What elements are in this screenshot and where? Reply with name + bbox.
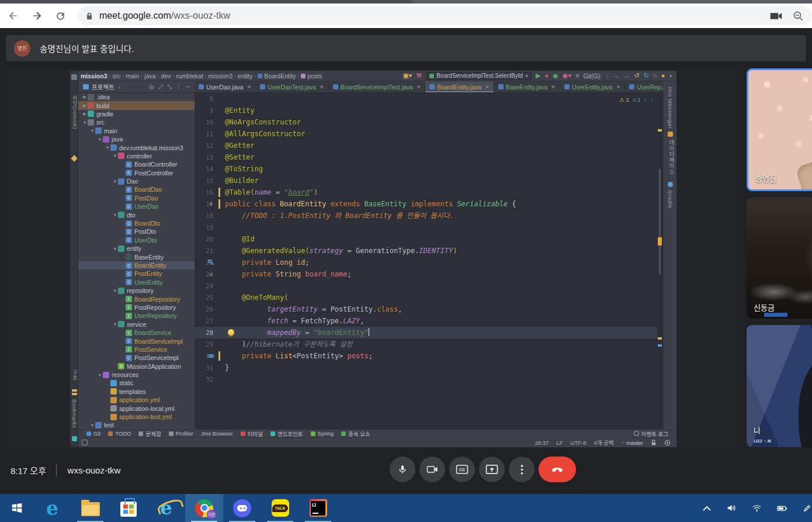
database-toolwindow-tab[interactable]: 데이터베이스 — [667, 140, 675, 175]
close-tab-icon[interactable]: ✕ — [616, 84, 621, 90]
code-line-31[interactable]: 31} — [195, 362, 676, 374]
taskbar-kakaotalk-icon[interactable]: TALK — [261, 494, 299, 522]
taskbar-explorer-icon[interactable] — [71, 494, 109, 522]
tree-chevron[interactable]: ▶ — [82, 112, 88, 116]
stop-icon[interactable]: ■ — [575, 72, 579, 79]
notifications-badge-icon[interactable]: ● — [661, 72, 665, 79]
tree-item-dao[interactable]: ▼Dao — [78, 177, 195, 185]
toolwindow-button-터미널[interactable]: 터미널 — [241, 430, 263, 438]
project-panel-header[interactable]: 프로젝트 ⌄ ◎ ⤢ ⤡ ⋮ ─ — [78, 81, 195, 92]
debug-icon[interactable]: ● — [545, 72, 549, 79]
code-line-13[interactable]: 13@Setter — [195, 151, 676, 163]
users-icon[interactable]: ▣▾ — [402, 72, 412, 79]
collapse-icon[interactable]: ⤡ — [167, 84, 172, 91]
breadcrumb-item[interactable]: mission3 — [209, 72, 233, 79]
zoom-out-icon[interactable] — [793, 11, 804, 22]
tree-item-userrepository[interactable]: IUserRepository — [78, 312, 195, 320]
tree-item-boardservice[interactable]: IBoardService — [78, 329, 195, 337]
tray-volume-icon[interactable] — [727, 504, 737, 512]
code-line-25[interactable]: 25 @OneToMany( — [195, 292, 676, 303]
tree-item-java[interactable]: ▼java — [78, 135, 195, 143]
tree-chevron[interactable]: ▼ — [105, 146, 110, 150]
tree-item-userentity[interactable]: CUserEntity — [78, 278, 195, 286]
tree-item-entity[interactable]: ▼entity — [78, 244, 195, 253]
tree-item-postdto[interactable]: CPostDto — [78, 227, 195, 236]
event-log-button[interactable]: 이벤트 로그 — [634, 430, 676, 438]
tree-chevron[interactable]: ▼ — [97, 137, 103, 141]
taskbar-discord-icon[interactable] — [223, 494, 261, 522]
back-button[interactable] — [4, 6, 23, 26]
close-tab-icon[interactable]: ✕ — [417, 84, 421, 90]
lock-widget[interactable] — [651, 440, 657, 446]
git-update-icon[interactable]: ↓ — [606, 72, 609, 79]
code-line-18[interactable]: 18 //TODO : 1.PostEntity 와 BoardEntity 를… — [195, 210, 676, 222]
code-line-30[interactable]: 30 private List<PostEntity> posts; — [195, 350, 676, 362]
tree-item-boardserviceimpl[interactable]: CBoardServiceImpl — [78, 337, 195, 345]
tree-item-test[interactable]: ▼test — [78, 421, 195, 429]
breadcrumb[interactable]: mission3›src›main›java›dev›rumblekat›mis… — [81, 72, 322, 79]
camera-in-use-icon[interactable] — [770, 12, 782, 20]
tree-item-src[interactable]: ▼src — [78, 118, 195, 126]
tree-chevron[interactable]: ▼ — [89, 129, 95, 133]
build-hammer-icon[interactable]: ⚒ — [416, 72, 422, 79]
participant-tile-self[interactable]: 나 U22 × N — [747, 325, 812, 447]
present-button[interactable] — [479, 457, 505, 482]
coverage-icon[interactable]: ◉ — [553, 72, 558, 79]
tree-chevron[interactable]: ▶ — [82, 95, 88, 99]
tree-chevron[interactable]: ▼ — [112, 179, 118, 184]
tree-item-userdto[interactable]: CUserDto — [78, 236, 195, 244]
tree-item-boardentity[interactable]: CBoardEntity — [78, 261, 195, 269]
camera-button[interactable] — [419, 457, 445, 482]
tray-battery-icon[interactable] — [777, 505, 787, 511]
editor-tab[interactable]: BoardEntity.java✕ — [425, 81, 494, 92]
tree-item-userdao[interactable]: CUserDao — [78, 202, 195, 210]
code-line-20[interactable]: 20 @Id — [195, 233, 676, 245]
rollback-icon[interactable]: ↺ — [634, 72, 640, 79]
toolwindow-button-todo[interactable]: TODO — [108, 430, 131, 438]
tree-item-service[interactable]: ▼service — [78, 320, 195, 329]
breadcrumb-item[interactable]: main — [126, 72, 140, 79]
editor-tab[interactable]: BoardServiceImplTest.java✕ — [329, 81, 426, 92]
toolwindow-button-종속-요소[interactable]: 종속 요소 — [341, 430, 370, 438]
code-line-29[interactable]: 29 )//hibernate가 구분하도록 설정 — [195, 338, 676, 350]
history-icon[interactable]: ↻ — [644, 72, 649, 79]
tree-item-postrepository[interactable]: IPostRepository — [78, 303, 195, 312]
tray-pen-icon[interactable] — [802, 504, 812, 512]
more-options-button[interactable] — [509, 457, 535, 482]
code-line-15[interactable]: 15@Builder — [195, 175, 676, 186]
tree-item-repository[interactable]: ▼repository — [78, 286, 195, 295]
start-button[interactable] — [0, 494, 33, 522]
tree-item-dev-rumblekat-mission3[interactable]: ▼dev.rumblekat.mission3 — [78, 143, 195, 151]
code-line-14[interactable]: 14@ToString — [195, 163, 676, 175]
git-branch-widget[interactable]: ⑂ master — [622, 440, 643, 446]
participant-tile-2[interactable]: 신동금 — [747, 198, 812, 319]
locate-icon[interactable]: ◎ — [149, 84, 154, 91]
tree-chevron[interactable]: ▼ — [97, 373, 103, 377]
run-icon[interactable]: ▶ — [536, 72, 540, 79]
tree-item-boarddao[interactable]: CBoardDao — [78, 185, 195, 193]
address-bar[interactable]: meet.google.com/wxs-ouoz-tkw — [77, 6, 812, 25]
tree-item-dto[interactable]: ▼dto — [78, 210, 195, 219]
participant-tile-1[interactable]: 송명진 — [747, 68, 812, 191]
git-push-icon[interactable]: → — [624, 72, 630, 79]
hang-up-button[interactable] — [539, 457, 576, 482]
close-tab-icon[interactable]: ✕ — [485, 84, 490, 90]
taskbar-chrome-icon[interactable]: 지민 — [185, 494, 223, 522]
tree-item-application-local-yml[interactable]: application-local.yml — [78, 404, 195, 412]
tree-chevron[interactable]: ▼ — [112, 247, 118, 251]
project-toolwindow-icon[interactable] — [71, 74, 77, 80]
close-tab-icon[interactable]: ✕ — [551, 84, 556, 90]
list-gutter-icon[interactable]: ≔ — [207, 271, 214, 278]
breadcrumb-item[interactable]: posts — [301, 72, 322, 79]
link-gutter-icon[interactable] — [207, 352, 214, 359]
editor-tab[interactable]: BaseEntity.java✕ — [494, 81, 560, 92]
tree-chevron[interactable]: ▼ — [112, 213, 118, 217]
tree-item-build[interactable]: ▶build — [78, 101, 195, 109]
code-line-26[interactable]: 26 targetEntity = PostEntity.class, — [195, 303, 676, 315]
code-line-21[interactable]: 21 @GeneratedValue(strategy = Generation… — [195, 245, 676, 257]
status-widget[interactable]: UTF-8 — [571, 440, 587, 446]
tree-item-templates[interactable]: templates — [78, 388, 195, 396]
microphone-button[interactable] — [390, 457, 415, 482]
code-line-24[interactable]: 24 — [195, 280, 676, 292]
forward-button[interactable] — [27, 6, 47, 26]
